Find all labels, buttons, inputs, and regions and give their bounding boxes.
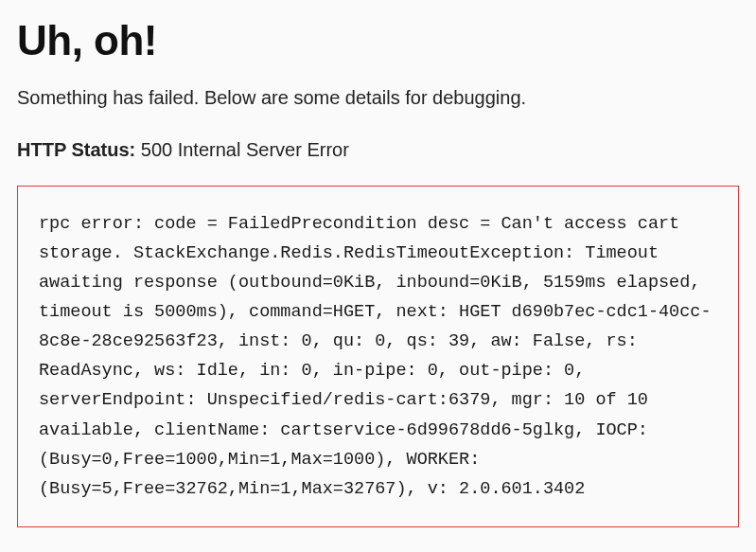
- error-heading: Uh, oh!: [17, 17, 739, 64]
- error-subtitle: Something has failed. Below are some det…: [17, 85, 739, 111]
- http-status-value: 500 Internal Server Error: [141, 139, 349, 160]
- http-status-label: HTTP Status:: [17, 139, 135, 160]
- http-status-line: HTTP Status: 500 Internal Server Error: [17, 139, 739, 161]
- error-details-box: rpc error: code = FailedPrecondition des…: [17, 186, 739, 527]
